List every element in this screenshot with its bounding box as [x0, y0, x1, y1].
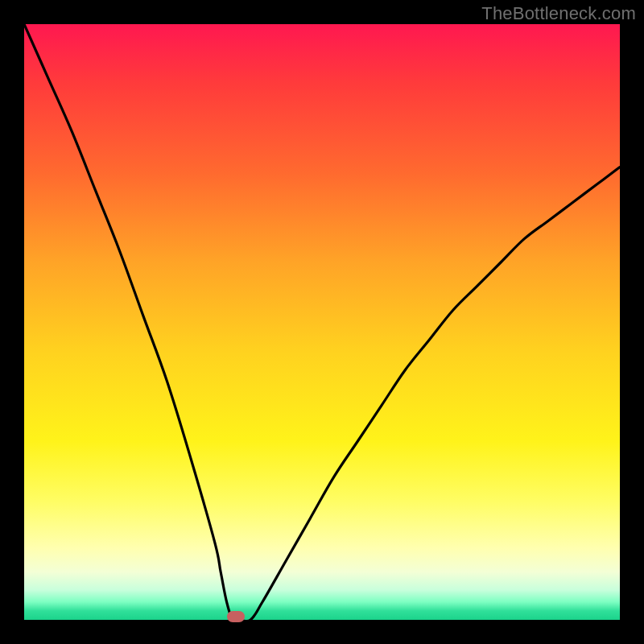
- chart-area: [24, 24, 620, 620]
- bottleneck-curve: [24, 24, 620, 620]
- watermark-text: TheBottleneck.com: [481, 3, 636, 24]
- chart-frame: TheBottleneck.com: [0, 0, 644, 644]
- optimal-point-marker: [227, 611, 245, 622]
